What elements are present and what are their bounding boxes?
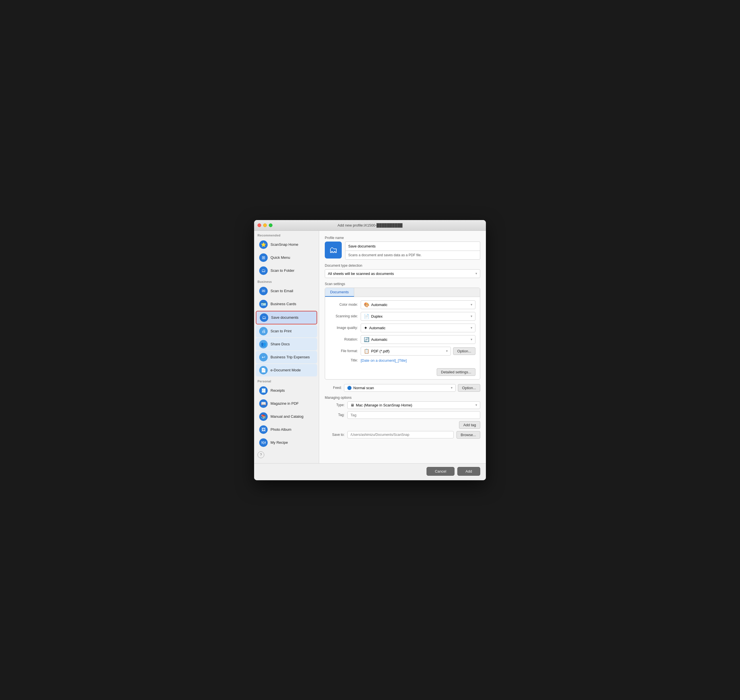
sidebar-item-scansnap-home[interactable]: ⭐ ScanSnap Home	[256, 238, 317, 251]
sidebar-item-scan-to-folder[interactable]: 🗂 Scan to Folder	[256, 265, 317, 277]
profile-name-input[interactable]	[345, 241, 480, 251]
magazine-pdf-icon: 📖	[259, 399, 268, 408]
scan-settings-box: Documents Color mode: 🎨 Automatic	[325, 288, 480, 379]
section-recommended: Recommended	[254, 231, 319, 238]
manage-type-label: Type:	[325, 403, 345, 407]
save-to-row: Save to: Browse...	[325, 431, 480, 439]
sidebar-item-business-cards[interactable]: 🪪 Business Cards	[256, 298, 317, 310]
sidebar-item-receipts[interactable]: 🧾 Receipts	[256, 384, 317, 397]
sidebar-footer: ?	[254, 449, 319, 460]
sidebar-item-scan-to-email[interactable]: ✉ Scan to Email	[256, 285, 317, 297]
profile-icon: 🗂	[325, 241, 342, 259]
sidebar-label-manual-catalog: Manual and Catalog	[270, 414, 303, 419]
sidebar-label-scansnap-home: ScanSnap Home	[270, 243, 298, 247]
file-format-option-button[interactable]: Option...	[453, 347, 476, 355]
manage-type-value: Mac (Manage in ScanSnap Home)	[356, 403, 412, 407]
help-button[interactable]: ?	[257, 451, 264, 458]
sidebar-label-magazine-pdf: Magazine in PDF	[270, 401, 299, 406]
tag-row: Tag:	[325, 411, 480, 419]
title-label: Title:	[330, 358, 358, 362]
tabs-row: Documents	[325, 288, 480, 297]
minimize-button[interactable]	[263, 224, 267, 227]
sidebar-label-business-cards: Business Cards	[270, 302, 296, 306]
sidebar-item-business-trip[interactable]: ↩ Business Trip Expenses	[256, 351, 317, 363]
close-button[interactable]	[257, 224, 261, 227]
sidebar-label-e-document: e-Document Mode	[270, 368, 301, 372]
sidebar-label-quick-menu: Quick Menu	[270, 255, 290, 260]
feed-option-button[interactable]: Option...	[458, 384, 480, 392]
image-quality-label: Image quality:	[330, 326, 358, 330]
manual-catalog-icon: 📚	[259, 412, 268, 421]
sidebar-label-photo-album: Photo Album	[270, 427, 291, 432]
sidebar-item-e-document[interactable]: 📄 e-Document Mode	[256, 364, 317, 376]
feed-row: Feed: 🔵 Normal scan ▾ Option...	[325, 384, 480, 392]
doc-type-label: Document type detection	[325, 263, 480, 268]
main-panel: Profile name 🗂 Document type detection A…	[319, 231, 486, 463]
add-tag-button[interactable]: Add tag	[459, 421, 480, 429]
sidebar-item-magazine-pdf[interactable]: 📖 Magazine in PDF	[256, 397, 317, 410]
sidebar-label-scan-to-print: Scan to Print	[270, 329, 291, 333]
receipts-icon: 🧾	[259, 386, 268, 395]
profile-name-area: 🗂	[325, 241, 480, 260]
rotation-icon: 🔄	[364, 337, 369, 342]
business-trip-icon: ↩	[259, 353, 268, 362]
add-tag-row: Add tag	[325, 421, 480, 429]
browse-button[interactable]: Browse...	[457, 431, 480, 439]
sidebar-item-scan-to-print[interactable]: 🖨 Scan to Print	[256, 325, 317, 337]
sidebar-label-share-docs: Share Docs	[270, 342, 290, 346]
file-format-dropdown[interactable]: 📋 PDF (*.pdf) ▾	[361, 347, 451, 356]
managing-section-label: Managing options	[325, 396, 480, 400]
file-format-label: File format:	[330, 349, 358, 353]
rotation-label: Rotation:	[330, 337, 358, 341]
window-body: Recommended ⭐ ScanSnap Home ⊞ Quick Menu…	[254, 231, 486, 463]
feed-value: Normal scan	[353, 386, 374, 390]
scan-settings-section: Scan settings Documents Color mode:	[325, 282, 480, 379]
sidebar-item-save-documents[interactable]: 🗂 Save documents	[256, 311, 317, 324]
scanning-side-value: Duplex	[371, 314, 382, 318]
color-mode-value: Automatic	[371, 303, 388, 307]
manage-type-chevron-icon: ▾	[476, 403, 477, 407]
traffic-lights	[257, 224, 273, 227]
color-mode-label: Color mode:	[330, 303, 358, 307]
sidebar-label-scan-to-folder: Scan to Folder	[270, 268, 295, 273]
file-format-icon: 📋	[364, 349, 369, 354]
scanning-side-icon: 📄	[364, 314, 369, 319]
scan-to-folder-icon: 🗂	[259, 266, 268, 275]
window-title: Add new profile:iX1500-██████████	[338, 223, 402, 227]
scanning-side-label: Scanning side:	[330, 314, 358, 318]
tag-input[interactable]	[347, 411, 480, 419]
detailed-settings-button[interactable]: Detailed settings...	[437, 368, 476, 376]
image-quality-chevron-icon: ▾	[471, 326, 472, 330]
add-button[interactable]: Add	[457, 467, 480, 476]
detailed-settings-row: Detailed settings...	[325, 366, 480, 379]
tab-documents[interactable]: Documents	[325, 288, 354, 297]
sidebar-item-share-docs[interactable]: 👥 Share Docs	[256, 338, 317, 350]
sidebar-item-manual-catalog[interactable]: 📚 Manual and Catalog	[256, 410, 317, 423]
maximize-button[interactable]	[269, 224, 273, 227]
image-quality-icon: ✦	[364, 325, 367, 331]
cancel-button[interactable]: Cancel	[427, 467, 454, 476]
color-mode-row: Color mode: 🎨 Automatic ▾	[330, 300, 476, 309]
file-format-row: File format: 📋 PDF (*.pdf) ▾	[330, 347, 476, 356]
image-quality-value: Automatic	[369, 326, 386, 330]
feed-dropdown[interactable]: 🔵 Normal scan ▾	[344, 384, 456, 392]
sidebar-item-quick-menu[interactable]: ⊞ Quick Menu	[256, 251, 317, 264]
color-mode-dropdown[interactable]: 🎨 Automatic ▾	[361, 300, 476, 309]
scanning-side-row: Scanning side: 📄 Duplex ▾	[330, 312, 476, 321]
section-business: Business	[254, 277, 319, 285]
manage-type-dropdown[interactable]: 🖥 Mac (Manage in ScanSnap Home) ▾	[347, 401, 480, 409]
doc-type-chevron-icon: ▾	[476, 272, 477, 275]
save-to-input[interactable]	[347, 431, 454, 438]
rotation-dropdown[interactable]: 🔄 Automatic ▾	[361, 335, 476, 344]
image-quality-dropdown[interactable]: ✦ Automatic ▾	[361, 324, 476, 332]
scanning-side-dropdown[interactable]: 📄 Duplex ▾	[361, 312, 476, 321]
feed-icon: 🔵	[347, 386, 352, 390]
file-format-chevron-icon: ▾	[446, 349, 448, 353]
profile-description-input[interactable]	[345, 251, 480, 260]
share-docs-icon: 👥	[259, 340, 268, 349]
sidebar-item-my-recipe[interactable]: 🍽 My Recipe	[256, 437, 317, 449]
doc-type-dropdown[interactable]: All sheets will be scanned as documents …	[325, 269, 480, 278]
title-value[interactable]: [Date on a document]_[Title]	[361, 358, 407, 363]
business-cards-icon: 🪪	[259, 300, 268, 308]
sidebar-item-photo-album[interactable]: 🖼 Photo Album	[256, 424, 317, 436]
